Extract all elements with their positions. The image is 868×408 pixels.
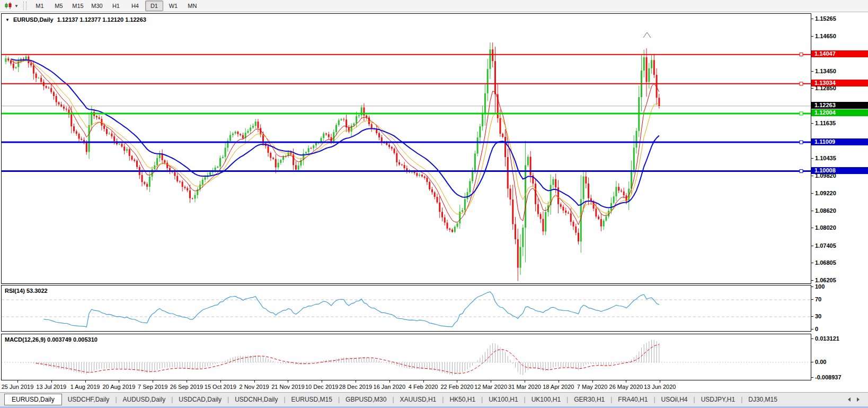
price-axis-tick	[811, 263, 813, 263]
price-axis-tick	[811, 176, 813, 176]
price-axis-tick	[811, 71, 813, 72]
timeframe-buttons: M1M5M15M30H1H4D1W1MN	[30, 1, 202, 11]
timeframe-button-m15[interactable]: M15	[69, 1, 87, 11]
date-axis-tick	[423, 380, 424, 383]
price-axis-label: 1.10435	[815, 155, 836, 162]
date-axis-tick	[491, 380, 491, 383]
chart-tab-uk100-h1[interactable]: UK100,H1	[483, 394, 524, 405]
date-axis-tick	[525, 380, 525, 383]
price-axis-label: 1.08620	[815, 207, 836, 214]
macd-axis-tick	[811, 362, 813, 362]
chart-tab-uk100-h1[interactable]: UK100,H1	[526, 394, 566, 405]
rsi-axis-label: 100	[815, 283, 825, 290]
timeframe-button-d1[interactable]: D1	[145, 1, 163, 11]
rsi-axis[interactable]: 10070300	[811, 285, 868, 332]
chart-tab-usdcad-daily[interactable]: USDCAD,Daily	[173, 394, 227, 405]
chart-tabs-bar: EURUSD,DailyUSDCHF,Daily|AUDUSD,Daily|US…	[0, 392, 868, 406]
timeframe-button-mn[interactable]: MN	[183, 1, 201, 11]
price-axis-label: 1.12850	[815, 85, 836, 92]
date-axis-tick	[559, 380, 559, 383]
timeframe-button-h1[interactable]: H1	[107, 1, 125, 11]
chart-tab-usdcnh-daily[interactable]: USDCNH,Daily	[229, 394, 284, 405]
price-axis-tick	[811, 123, 813, 124]
date-axis-tick	[457, 380, 457, 383]
price-axis-tick	[811, 88, 813, 89]
macd-axis[interactable]: 0.0131210.00-0.008937	[811, 334, 868, 380]
rsi-axis-tick	[811, 299, 813, 300]
rsi-indicator-label: RSI(14) 53.3022	[5, 288, 48, 294]
price-axis-label: 1.09220	[815, 190, 836, 197]
chart-tab-ger30-h1[interactable]: GER30,H1	[568, 394, 610, 405]
chart-shift-marker	[643, 32, 651, 38]
date-axis-tick	[17, 380, 18, 383]
rsi-axis-tick	[811, 316, 813, 317]
tab-scroll-left-icon[interactable]	[848, 397, 851, 402]
candlestick-chart-icon	[4, 2, 13, 10]
macd-chart-canvas[interactable]	[2, 334, 811, 380]
timeframes-toolbar: ▼ M1M5M15M30H1H4D1W1MN	[0, 0, 868, 12]
chart-tab-fra40-h1[interactable]: FRA40,H1	[612, 394, 653, 405]
tab-scroll-arrows	[848, 397, 860, 402]
price-axis-tick	[811, 19, 813, 19]
price-tag-resistance-1: 1.14047	[811, 50, 868, 57]
timeframe-button-m5[interactable]: M5	[50, 1, 68, 11]
rsi-panel[interactable]: RSI(14) 53.3022	[1, 285, 811, 332]
symbol-timeframe-label: EURUSD,Daily	[13, 16, 54, 23]
price-axis-tick	[811, 158, 813, 159]
timeframe-button-m1[interactable]: M1	[31, 1, 49, 11]
price-tag-current-price: 1.12263	[811, 102, 868, 109]
date-axis-tick	[220, 380, 221, 383]
tab-scroll-right-icon[interactable]	[857, 397, 860, 402]
chart-tab-usdjpy-h1[interactable]: USDJPY,H1	[695, 394, 741, 405]
chart-tab-usoil-h4[interactable]: USOil,H4	[656, 394, 694, 405]
timeframe-button-h4[interactable]: H4	[126, 1, 144, 11]
price-axis-label: 1.11635	[815, 120, 836, 127]
timeframe-button-w1[interactable]: W1	[164, 1, 182, 11]
rsi-axis-tick	[811, 287, 813, 287]
price-axis-tick	[811, 193, 813, 194]
rsi-axis-label: 70	[815, 296, 821, 303]
price-axis-label: 1.09820	[815, 172, 836, 179]
date-axis-tick	[389, 380, 390, 383]
date-axis-tick	[322, 380, 322, 383]
date-axis-tick	[592, 380, 593, 383]
ohlc-values: 1.12137 1.12377 1.12120 1.12263	[57, 16, 146, 23]
date-axis-tick	[119, 380, 119, 383]
date-axis-tick	[153, 380, 153, 383]
chart-title-dropdown-icon[interactable]: ▼	[5, 18, 10, 22]
chart-tab-xauusd-h1[interactable]: XAUUSD,H1	[394, 394, 442, 405]
chart-tab-hk50-h1[interactable]: HK50,H1	[444, 394, 481, 405]
chart-title: ▼ EURUSD,Daily 1.12137 1.12377 1.12120 1…	[5, 16, 146, 23]
macd-panel[interactable]: MACD(12,26,9) 0.003749 0.005310	[1, 334, 811, 380]
date-axis-tick	[51, 380, 52, 383]
chart-type-dropdown-button[interactable]: ▼	[3, 2, 20, 10]
chart-tab-audusd-daily[interactable]: AUDUSD,Daily	[117, 394, 172, 405]
rsi-chart-canvas[interactable]	[2, 285, 811, 331]
date-axis-label: 13 Jun 2020	[639, 384, 681, 390]
price-axis-tick	[811, 211, 813, 211]
price-axis[interactable]: 1.140471.130341.122631.120041.110091.100…	[811, 13, 868, 284]
date-axis-tick	[288, 380, 288, 383]
date-axis-tick	[254, 380, 255, 383]
date-axis-tick	[660, 380, 660, 383]
price-tag-support-1: 1.12004	[811, 109, 868, 116]
macd-axis-tick	[811, 338, 813, 339]
chart-tab-dj30-m15[interactable]: DJ30,M15	[742, 394, 783, 405]
main-chart-panel[interactable]: ▼ EURUSD,Daily 1.12137 1.12377 1.12120 1…	[1, 13, 811, 284]
candlestick-chart-canvas[interactable]	[2, 14, 811, 283]
price-axis-label: 1.07405	[815, 242, 836, 249]
price-axis-label: 1.06805	[815, 259, 836, 266]
toolbar-grip-handle[interactable]	[23, 2, 26, 10]
date-axis-tick	[356, 380, 356, 383]
chart-tab-eurusd-m15[interactable]: EURUSD,M15	[286, 394, 338, 405]
date-axis-tick	[626, 380, 626, 383]
date-axis[interactable]: 25 Jun 201913 Jul 20191 Aug 201920 Aug 2…	[1, 380, 811, 392]
price-axis-label: 1.14650	[815, 33, 836, 40]
rsi-axis-label: 30	[815, 313, 821, 320]
price-tag-support-2: 1.11009	[811, 138, 868, 145]
chart-tab-usdchf-daily[interactable]: USDCHF,Daily	[62, 394, 116, 405]
chart-tab-eurusd-daily[interactable]: EURUSD,Daily	[4, 394, 62, 405]
rsi-axis-label: 0	[815, 326, 818, 333]
chart-tab-gbpusd-m30[interactable]: GBPUSD,M30	[340, 394, 392, 405]
timeframe-button-m30[interactable]: M30	[88, 1, 106, 11]
